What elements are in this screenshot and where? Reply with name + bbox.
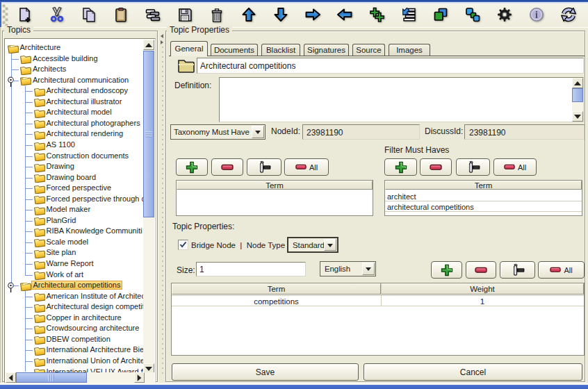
svg-text:i: i — [535, 10, 538, 20]
